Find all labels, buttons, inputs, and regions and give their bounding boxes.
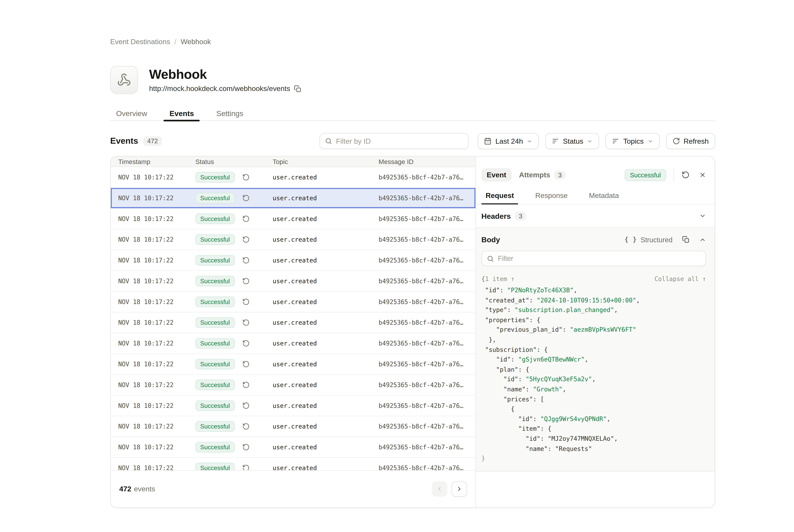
retry-icon[interactable] — [242, 298, 249, 306]
subtab-request[interactable]: Request — [481, 187, 518, 204]
row-topic: user.created — [273, 381, 379, 388]
tab-settings[interactable]: Settings — [210, 106, 249, 120]
table-row[interactable]: NOV 18 10:17:22 Successful user.created … — [111, 458, 475, 470]
row-timestamp: NOV 18 10:17:22 — [118, 319, 195, 326]
json-root-brace: { — [481, 275, 485, 283]
chevron-down-icon — [587, 138, 593, 144]
chevron-down-icon[interactable] — [699, 212, 706, 220]
retry-icon[interactable] — [242, 256, 249, 264]
row-topic: user.created — [273, 236, 379, 243]
search-icon — [325, 137, 332, 145]
row-topic: user.created — [273, 443, 379, 451]
retry-icon[interactable] — [242, 402, 249, 410]
braces-icon[interactable]: { } — [625, 236, 637, 243]
body-section: Body { } Structured { 1 item ↑ Collapse — [476, 228, 715, 472]
tab-events[interactable]: Events — [164, 106, 200, 120]
retry-icon[interactable] — [242, 360, 249, 368]
refresh-icon — [673, 137, 680, 145]
column-topic: Topic — [273, 158, 379, 165]
table-row[interactable]: NOV 18 10:17:22 Successful user.created … — [111, 229, 475, 250]
table-row[interactable]: NOV 18 10:17:22 Successful user.created … — [111, 167, 475, 188]
retry-icon[interactable] — [242, 464, 249, 470]
retry-icon[interactable] — [242, 319, 249, 326]
table-row[interactable]: NOV 18 10:17:22 Successful user.created … — [111, 396, 475, 416]
json-item-count[interactable]: 1 item ↑ — [485, 275, 515, 283]
tab-attempts[interactable]: Attempts 3 — [519, 171, 566, 179]
row-message-id: b4925365-b8cf-42b7-a76… — [379, 443, 475, 451]
refresh-button[interactable]: Refresh — [666, 133, 715, 149]
status-filter-label: Status — [563, 137, 583, 145]
filter-by-id-search — [320, 133, 469, 149]
retry-icon[interactable] — [242, 443, 249, 451]
breadcrumb-event-destinations[interactable]: Event Destinations — [110, 38, 170, 46]
copy-body-icon[interactable] — [682, 236, 689, 243]
row-timestamp: NOV 18 10:17:22 — [118, 215, 195, 223]
table-row[interactable]: NOV 18 10:17:22 Successful user.created … — [111, 271, 475, 292]
retry-icon[interactable] — [242, 194, 249, 202]
table-row[interactable]: NOV 18 10:17:22 Successful user.created … — [111, 188, 475, 209]
table-row[interactable]: NOV 18 10:17:22 Successful user.created … — [111, 416, 475, 437]
next-page-button[interactable] — [452, 481, 467, 497]
column-message-id: Message ID — [379, 158, 475, 165]
table-row[interactable]: NOV 18 10:17:22 Successful user.created … — [111, 292, 475, 312]
table-row[interactable]: NOV 18 10:17:22 Successful user.created … — [111, 354, 475, 375]
status-badge: Successful — [200, 278, 230, 284]
retry-event-icon[interactable] — [682, 171, 689, 179]
chevron-up-icon[interactable] — [699, 236, 706, 243]
row-message-id: b4925365-b8cf-42b7-a76… — [379, 298, 475, 306]
divider — [674, 168, 674, 182]
row-message-id: b4925365-b8cf-42b7-a76… — [379, 277, 475, 285]
row-message-id: b4925365-b8cf-42b7-a76… — [379, 215, 475, 223]
table-row[interactable]: NOV 18 10:17:22 Successful user.created … — [111, 209, 475, 229]
json-tree: "id": "P2NoRtyZoTc46X3B", "created_at": … — [481, 285, 706, 463]
row-topic: user.created — [273, 423, 379, 430]
body-controls: { } Structured — [625, 235, 706, 244]
last-24h-button[interactable]: Last 24h — [478, 133, 539, 149]
close-icon[interactable] — [699, 171, 706, 178]
row-topic: user.created — [273, 256, 379, 264]
collapse-all-button[interactable]: Collapse all ↑ — [655, 275, 706, 283]
structured-toggle[interactable]: Structured — [641, 235, 673, 244]
table-row[interactable]: NOV 18 10:17:22 Successful user.created … — [111, 375, 475, 396]
row-timestamp: NOV 18 10:17:22 — [118, 402, 195, 410]
webhook-url-row: http://mock.hookdeck.com/webhooks/events — [149, 84, 301, 93]
subtab-response[interactable]: Response — [531, 187, 572, 204]
topics-filter-button[interactable]: Topics — [606, 133, 660, 149]
previous-page-button[interactable] — [432, 481, 447, 497]
webhook-events-page: Event Destinations / Webhook Webhook htt… — [0, 0, 794, 532]
retry-icon[interactable] — [242, 340, 249, 347]
row-message-id: b4925365-b8cf-42b7-a76… — [379, 423, 475, 430]
copy-url-icon[interactable] — [294, 85, 301, 92]
row-message-id: b4925365-b8cf-42b7-a76… — [379, 236, 475, 243]
page-title: Webhook — [149, 67, 207, 82]
filter-by-id-input[interactable] — [320, 133, 469, 149]
table-row[interactable]: NOV 18 10:17:22 Successful user.created … — [111, 333, 475, 354]
row-status: Successful — [195, 276, 273, 286]
retry-icon[interactable] — [242, 277, 249, 285]
retry-icon[interactable] — [242, 236, 249, 243]
headers-section-toggle[interactable]: Headers 3 — [476, 205, 715, 228]
table-row[interactable]: NOV 18 10:17:22 Successful user.created … — [111, 250, 475, 271]
status-badge: Successful — [200, 444, 230, 450]
retry-icon[interactable] — [242, 215, 249, 223]
body-filter-input[interactable] — [481, 251, 706, 266]
toolbar-buttons: Last 24h Status Topics Refresh — [478, 133, 715, 149]
retry-icon[interactable] — [242, 173, 249, 181]
row-status: Successful — [195, 172, 273, 183]
tab-overview[interactable]: Overview — [110, 106, 153, 120]
table-row[interactable]: NOV 18 10:17:22 Successful user.created … — [111, 312, 475, 333]
subtab-metadata[interactable]: Metadata — [585, 187, 623, 204]
status-badge: Successful — [200, 382, 230, 388]
row-timestamp: NOV 18 10:17:22 — [118, 443, 195, 451]
row-topic: user.created — [273, 277, 379, 285]
row-topic: user.created — [273, 215, 379, 223]
events-toolbar: Events 472 Last 24h Status Topics — [110, 133, 715, 149]
retry-icon[interactable] — [242, 423, 249, 430]
status-badge: Successful — [200, 402, 230, 409]
tab-event[interactable]: Event — [481, 168, 511, 182]
table-row[interactable]: NOV 18 10:17:22 Successful user.created … — [111, 437, 475, 458]
row-topic: user.created — [273, 360, 379, 368]
status-filter-button[interactable]: Status — [545, 133, 599, 149]
retry-icon[interactable] — [242, 381, 249, 388]
row-message-id: b4925365-b8cf-42b7-a76… — [379, 464, 475, 470]
